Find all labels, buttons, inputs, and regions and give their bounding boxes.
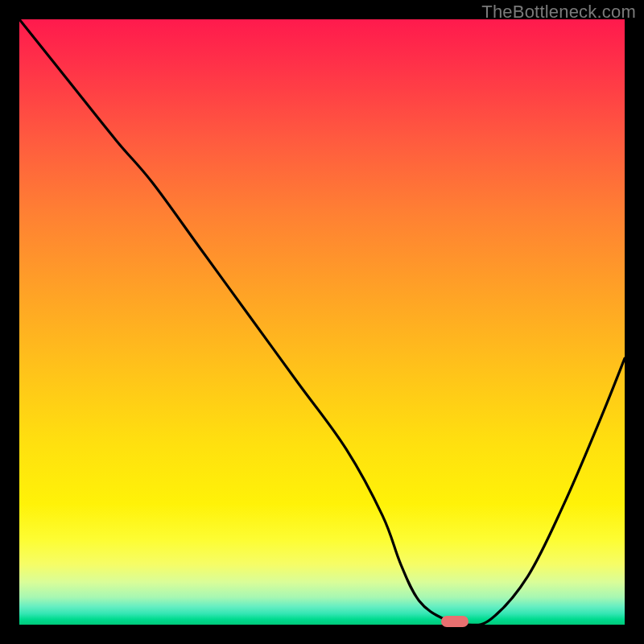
optimal-marker: [441, 616, 469, 627]
watermark: TheBottleneck.com: [481, 2, 636, 23]
chart-frame: [19, 19, 625, 625]
plot-area: [19, 19, 625, 625]
bottleneck-curve: [19, 19, 625, 625]
curve-svg: [19, 19, 625, 625]
